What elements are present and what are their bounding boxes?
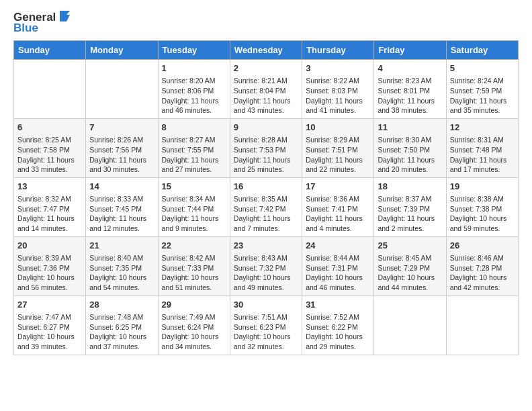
daylight-text: Daylight: 11 hours and 2 minutes. [378, 214, 442, 233]
sunrise-text: Sunrise: 8:29 AM [306, 135, 370, 145]
daylight-text: Daylight: 10 hours and 46 minutes. [306, 273, 370, 292]
calendar-week-row: 20Sunrise: 8:39 AMSunset: 7:36 PMDayligh… [14, 236, 519, 295]
day-number: 2 [234, 62, 298, 75]
sunset-text: Sunset: 7:47 PM [17, 204, 82, 214]
daylight-text: Daylight: 11 hours and 30 minutes. [89, 155, 154, 175]
calendar-cell: 16Sunrise: 8:35 AMSunset: 7:42 PMDayligh… [230, 177, 302, 236]
weekday-header-wednesday: Wednesday [230, 41, 302, 60]
sunrise-text: Sunrise: 8:32 AM [17, 194, 82, 204]
day-number: 14 [89, 181, 154, 193]
calendar-week-row: 1Sunrise: 8:20 AMSunset: 8:06 PMDaylight… [14, 60, 519, 119]
daylight-text: Daylight: 10 hours and 37 minutes. [89, 332, 154, 351]
sunrise-text: Sunrise: 8:44 AM [306, 253, 370, 263]
day-number: 28 [89, 299, 154, 311]
calendar-week-row: 27Sunrise: 7:47 AMSunset: 6:27 PMDayligh… [14, 295, 519, 355]
sunrise-text: Sunrise: 7:47 AM [17, 312, 82, 322]
calendar-cell: 7Sunrise: 8:26 AMSunset: 7:56 PMDaylight… [86, 118, 158, 177]
day-number: 17 [306, 181, 370, 193]
daylight-text: Daylight: 10 hours and 29 minutes. [306, 332, 370, 351]
weekday-header-thursday: Thursday [302, 41, 374, 60]
sunrise-text: Sunrise: 7:49 AM [162, 312, 226, 322]
calendar-cell: 28Sunrise: 7:48 AMSunset: 6:25 PMDayligh… [86, 295, 158, 355]
logo: General Blue [13, 11, 72, 35]
day-number: 1 [162, 62, 226, 75]
sunset-text: Sunset: 8:06 PM [162, 86, 226, 96]
day-number: 26 [450, 240, 515, 252]
sunset-text: Sunset: 7:42 PM [234, 204, 298, 214]
calendar-cell: 11Sunrise: 8:30 AMSunset: 7:50 PMDayligh… [374, 118, 446, 177]
day-number: 15 [162, 181, 226, 193]
calendar-cell: 21Sunrise: 8:40 AMSunset: 7:35 PMDayligh… [86, 236, 158, 295]
daylight-text: Daylight: 11 hours and 25 minutes. [234, 155, 298, 175]
calendar-cell: 29Sunrise: 7:49 AMSunset: 6:24 PMDayligh… [158, 295, 230, 355]
calendar-cell: 12Sunrise: 8:31 AMSunset: 7:48 PMDayligh… [446, 118, 518, 177]
daylight-text: Daylight: 11 hours and 46 minutes. [162, 96, 226, 116]
page-header: General Blue [13, 11, 519, 35]
daylight-text: Daylight: 11 hours and 22 minutes. [306, 155, 370, 175]
calendar-cell: 27Sunrise: 7:47 AMSunset: 6:27 PMDayligh… [14, 295, 86, 355]
sunset-text: Sunset: 7:28 PM [450, 263, 515, 273]
sunset-text: Sunset: 6:23 PM [234, 322, 298, 332]
sunrise-text: Sunrise: 8:27 AM [162, 135, 226, 145]
sunrise-text: Sunrise: 8:21 AM [234, 76, 298, 86]
day-number: 19 [450, 181, 515, 193]
day-number: 9 [234, 122, 298, 134]
daylight-text: Daylight: 10 hours and 34 minutes. [162, 332, 226, 351]
day-number: 6 [17, 122, 82, 134]
sunrise-text: Sunrise: 7:48 AM [89, 312, 154, 322]
day-number: 21 [89, 240, 154, 252]
daylight-text: Daylight: 10 hours and 51 minutes. [162, 273, 226, 292]
day-number: 13 [17, 181, 82, 193]
calendar-cell: 2Sunrise: 8:21 AMSunset: 8:04 PMDaylight… [230, 60, 302, 119]
calendar-cell: 20Sunrise: 8:39 AMSunset: 7:36 PMDayligh… [14, 236, 86, 295]
svg-marker-0 [60, 11, 70, 21]
daylight-text: Daylight: 10 hours and 32 minutes. [234, 332, 298, 351]
day-number: 12 [450, 122, 515, 134]
sunrise-text: Sunrise: 8:22 AM [306, 76, 370, 86]
calendar-cell [374, 295, 446, 355]
weekday-header-tuesday: Tuesday [158, 41, 230, 60]
calendar-cell: 22Sunrise: 8:42 AMSunset: 7:33 PMDayligh… [158, 236, 230, 295]
calendar-cell: 25Sunrise: 8:45 AMSunset: 7:29 PMDayligh… [374, 236, 446, 295]
calendar-cell: 23Sunrise: 8:43 AMSunset: 7:32 PMDayligh… [230, 236, 302, 295]
daylight-text: Daylight: 11 hours and 43 minutes. [234, 96, 298, 116]
calendar-cell [14, 60, 86, 119]
calendar-cell: 24Sunrise: 8:44 AMSunset: 7:31 PMDayligh… [302, 236, 374, 295]
sunset-text: Sunset: 6:24 PM [162, 322, 226, 332]
calendar-cell: 15Sunrise: 8:34 AMSunset: 7:44 PMDayligh… [158, 177, 230, 236]
weekday-header-saturday: Saturday [446, 41, 518, 60]
sunset-text: Sunset: 7:59 PM [450, 86, 515, 96]
sunset-text: Sunset: 6:25 PM [89, 322, 154, 332]
daylight-text: Daylight: 11 hours and 35 minutes. [450, 96, 515, 116]
day-number: 18 [378, 181, 442, 193]
day-number: 23 [234, 240, 298, 252]
day-number: 29 [162, 299, 226, 311]
sunset-text: Sunset: 7:35 PM [89, 263, 154, 273]
sunrise-text: Sunrise: 8:34 AM [162, 194, 226, 204]
sunrise-text: Sunrise: 8:40 AM [89, 253, 154, 263]
calendar-cell: 31Sunrise: 7:52 AMSunset: 6:22 PMDayligh… [302, 295, 374, 355]
sunrise-text: Sunrise: 8:26 AM [89, 135, 154, 145]
sunset-text: Sunset: 7:36 PM [17, 263, 82, 273]
day-number: 8 [162, 122, 226, 134]
sunset-text: Sunset: 7:50 PM [378, 145, 442, 155]
sunrise-text: Sunrise: 8:39 AM [17, 253, 82, 263]
calendar-cell: 13Sunrise: 8:32 AMSunset: 7:47 PMDayligh… [14, 177, 86, 236]
daylight-text: Daylight: 10 hours and 56 minutes. [17, 273, 82, 292]
sunset-text: Sunset: 7:45 PM [89, 204, 154, 214]
sunset-text: Sunset: 7:51 PM [306, 145, 370, 155]
calendar-cell: 18Sunrise: 8:37 AMSunset: 7:39 PMDayligh… [374, 177, 446, 236]
day-number: 20 [17, 240, 82, 252]
calendar-cell: 10Sunrise: 8:29 AMSunset: 7:51 PMDayligh… [302, 118, 374, 177]
day-number: 22 [162, 240, 226, 252]
sunrise-text: Sunrise: 7:51 AM [234, 312, 298, 322]
calendar-cell: 17Sunrise: 8:36 AMSunset: 7:41 PMDayligh… [302, 177, 374, 236]
daylight-text: Daylight: 11 hours and 17 minutes. [450, 155, 515, 175]
sunrise-text: Sunrise: 8:31 AM [450, 135, 515, 145]
logo-icon [57, 9, 72, 24]
sunrise-text: Sunrise: 8:43 AM [234, 253, 298, 263]
calendar-cell: 6Sunrise: 8:25 AMSunset: 7:58 PMDaylight… [14, 118, 86, 177]
daylight-text: Daylight: 11 hours and 20 minutes. [378, 155, 442, 175]
sunset-text: Sunset: 6:22 PM [306, 322, 370, 332]
sunset-text: Sunset: 7:33 PM [162, 263, 226, 273]
